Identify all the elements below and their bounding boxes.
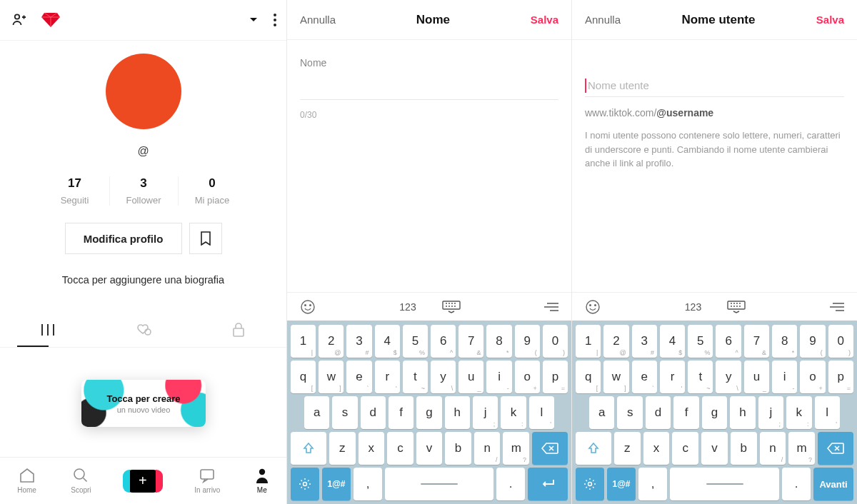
key-s[interactable]: s (617, 396, 642, 429)
key-f[interactable]: f (389, 396, 414, 429)
key-space[interactable] (670, 468, 779, 500)
key-3[interactable]: 3# (632, 325, 657, 358)
keyboard-collapse-icon[interactable] (442, 301, 461, 313)
gem-icon[interactable] (41, 12, 60, 28)
key-p[interactable]: p= (543, 361, 568, 393)
save-button[interactable]: Salva (816, 14, 844, 26)
keyboard-menu-icon[interactable] (544, 302, 558, 312)
key-e[interactable]: e` (632, 361, 657, 393)
key-h[interactable]: h (445, 396, 470, 429)
key-8[interactable]: 8* (486, 325, 511, 358)
key-b[interactable]: b (731, 432, 757, 465)
key-backspace[interactable] (818, 432, 853, 465)
key-4[interactable]: 4$ (660, 325, 685, 358)
tab-liked[interactable] (96, 314, 191, 346)
bio-placeholder[interactable]: Tocca per aggiungere una biografia (0, 274, 286, 286)
key-c[interactable]: c (672, 432, 698, 465)
key-2[interactable]: 2@ (603, 325, 628, 358)
key-backspace[interactable] (532, 432, 568, 465)
key-v[interactable]: v (416, 432, 443, 465)
key-9[interactable]: 9( (800, 325, 825, 358)
key-6[interactable]: 6^ (716, 325, 741, 358)
key-x[interactable]: x (359, 432, 385, 465)
key-i[interactable]: i- (772, 361, 797, 393)
key-enter[interactable] (528, 468, 568, 500)
stat-followers[interactable]: 3 Follower (109, 176, 178, 206)
tab-feed[interactable] (0, 314, 96, 346)
numeric-toggle[interactable]: 123 (399, 301, 416, 313)
key-e[interactable]: e` (346, 361, 371, 393)
key-o[interactable]: o+ (515, 361, 540, 393)
save-button[interactable]: Salva (531, 14, 558, 26)
key-5[interactable]: 5% (688, 325, 713, 358)
name-input[interactable] (300, 77, 558, 100)
stat-likes[interactable]: 0 Mi piace (178, 176, 246, 206)
key-symbols[interactable]: 1@# (322, 468, 351, 500)
key-shift[interactable] (576, 432, 611, 465)
key-d[interactable]: d (361, 396, 386, 429)
bookmarks-button[interactable] (189, 223, 222, 254)
keyboard-menu-icon[interactable] (830, 302, 844, 312)
key-o[interactable]: o+ (800, 361, 825, 393)
key-r[interactable]: r' (375, 361, 400, 393)
key-j[interactable]: j; (473, 396, 498, 429)
key-g[interactable]: g (416, 396, 441, 429)
key-t[interactable]: t~ (688, 361, 713, 393)
key-v[interactable]: v (701, 432, 728, 465)
key-m[interactable]: m? (788, 432, 815, 465)
key-r[interactable]: r' (660, 361, 685, 393)
key-7[interactable]: 7& (744, 325, 769, 358)
key-j[interactable]: j; (758, 396, 783, 429)
key-y[interactable]: y\ (716, 361, 741, 393)
key-y[interactable]: y\ (431, 361, 456, 393)
cancel-button[interactable]: Annulla (300, 14, 336, 26)
key-p[interactable]: p= (828, 361, 853, 393)
tab-private[interactable] (191, 314, 286, 346)
key-k[interactable]: k: (501, 396, 526, 429)
key-i[interactable]: i- (486, 361, 511, 393)
key-settings[interactable] (291, 468, 319, 500)
nav-create-button[interactable]: + (126, 470, 160, 493)
key-w[interactable]: w] (319, 361, 344, 393)
key-g[interactable]: g (702, 396, 727, 429)
key-u[interactable]: u_ (744, 361, 769, 393)
key-k[interactable]: k: (786, 396, 811, 429)
cancel-button[interactable]: Annulla (585, 14, 621, 26)
key-symbols[interactable]: 1@# (607, 468, 636, 500)
key-1[interactable]: 1| (576, 325, 601, 358)
key-shift[interactable] (291, 432, 326, 465)
dropdown-icon[interactable] (249, 17, 258, 23)
nav-discover[interactable]: Scopri (71, 468, 91, 494)
key-n[interactable]: n/ (474, 432, 501, 465)
avatar[interactable] (106, 54, 181, 129)
key-z[interactable]: z (329, 432, 356, 465)
emoji-icon[interactable] (585, 299, 601, 315)
key-comma[interactable]: , (638, 468, 667, 500)
key-b[interactable]: b (445, 432, 471, 465)
keyboard-collapse-icon[interactable] (727, 301, 746, 313)
key-l[interactable]: l' (815, 396, 840, 429)
key-u[interactable]: u_ (458, 361, 483, 393)
key-q[interactable]: q[ (291, 361, 316, 393)
key-6[interactable]: 6^ (431, 325, 456, 358)
key-9[interactable]: 9( (515, 325, 540, 358)
key-a[interactable]: a (589, 396, 614, 429)
key-t[interactable]: t~ (403, 361, 428, 393)
key-0[interactable]: 0) (828, 325, 853, 358)
key-n[interactable]: n/ (760, 432, 786, 465)
key-m[interactable]: m? (503, 432, 529, 465)
key-4[interactable]: 4$ (375, 325, 400, 358)
numeric-toggle[interactable]: 123 (685, 301, 701, 313)
key-x[interactable]: x (643, 432, 670, 465)
key-d[interactable]: d (646, 396, 671, 429)
key-3[interactable]: 3# (346, 325, 371, 358)
key-space[interactable] (385, 468, 493, 500)
add-friend-icon[interactable] (10, 11, 27, 29)
key-z[interactable]: z (614, 432, 641, 465)
key-h[interactable]: h (730, 396, 755, 429)
emoji-icon[interactable] (300, 299, 316, 315)
key-c[interactable]: c (387, 432, 414, 465)
key-dot[interactable]: . (496, 468, 525, 500)
key-comma[interactable]: , (354, 468, 382, 500)
key-5[interactable]: 5% (403, 325, 428, 358)
